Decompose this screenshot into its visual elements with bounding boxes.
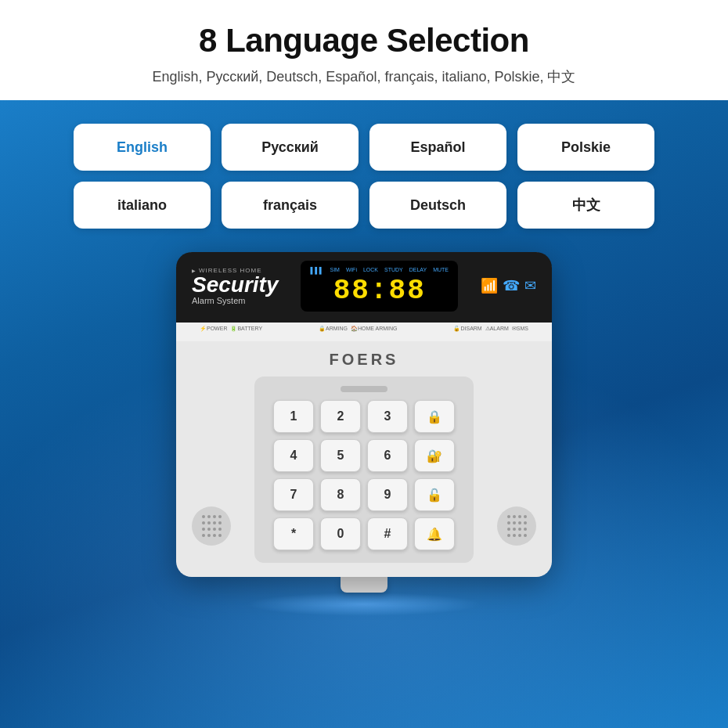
disarm-indicator: 🔓DISARM	[453, 326, 481, 332]
speaker-dot	[524, 515, 527, 518]
keypad-key-4[interactable]: 4	[273, 439, 314, 472]
keypad-key-3[interactable]: 3	[367, 400, 408, 433]
keypad-section: 123🔒456🔐789🔓*0#🔔	[254, 377, 474, 563]
signal-icon: 📶	[481, 277, 498, 294]
delay-icon: DELAY	[409, 267, 427, 274]
keypad-key-1[interactable]: 1	[273, 400, 314, 433]
speaker-dot	[202, 521, 205, 524]
battery-indicator: 🔋BATTERY	[230, 326, 262, 332]
speaker-dot	[207, 515, 211, 518]
study-icon: STUDY	[384, 267, 403, 274]
keypad-slot	[341, 386, 387, 392]
speaker-dot	[207, 534, 211, 537]
speaker-dot	[507, 534, 510, 537]
lcd-display: ▌▌▌ SIM WiFi LOCK STUDY DELAY MUTE 88:88	[301, 261, 458, 312]
speaker-left	[192, 506, 231, 546]
speaker-dot	[513, 534, 516, 537]
keypad-key-6[interactable]: 6	[367, 439, 408, 472]
keypad-grid: 123🔒456🔐789🔓*0#🔔	[273, 400, 455, 550]
language-grid: EnglishРусскийEspañolPolskieitalianofran…	[74, 124, 654, 229]
speaker-dot	[524, 534, 527, 537]
speaker-dot	[518, 521, 521, 524]
arming-indicator: 🔒ARMING	[319, 326, 348, 332]
keypad-key-#[interactable]: #	[367, 517, 408, 550]
page-container: 8 Language Selection English, Русский, D…	[0, 0, 728, 728]
lcd-time-display: 88:88	[333, 277, 426, 305]
lcd-top-icons: ▌▌▌ SIM WiFi LOCK STUDY DELAY MUTE	[310, 267, 449, 274]
phone-icon: ☎	[503, 277, 520, 294]
speaker-dot	[207, 528, 211, 531]
speaker-dot	[513, 515, 516, 518]
speaker-dot	[218, 528, 222, 531]
sms-indicator: ✉SMS	[512, 326, 528, 332]
speaker-dot	[202, 515, 205, 518]
speaker-dot	[507, 515, 510, 518]
status-row: ⚡POWER 🔋BATTERY 🔒ARMING 🏠HOME ARMING 🔓DI…	[176, 323, 552, 335]
alarm-device: WIRELESS HOME Security Alarm System ▌▌▌ …	[176, 252, 552, 577]
speaker-dot	[213, 534, 216, 537]
device-glow	[247, 593, 481, 616]
lang-btn-francais[interactable]: français	[222, 182, 359, 229]
brand-name: FOERS	[330, 351, 399, 369]
speaker-dot	[202, 534, 205, 537]
speaker-dot	[518, 515, 521, 518]
speaker-dot	[213, 528, 216, 531]
security-label: Security	[192, 274, 279, 296]
languages-subtitle: English, Русский, Deutsch, Español, fran…	[16, 67, 712, 86]
speaker-dot	[518, 528, 521, 531]
lang-btn-english[interactable]: English	[74, 124, 211, 171]
speaker-dot	[513, 521, 516, 524]
device-stand	[341, 577, 387, 593]
speaker-dot	[518, 534, 521, 537]
wifi-icon: WiFi	[346, 267, 357, 274]
speaker-dot	[513, 528, 516, 531]
speaker-dot	[202, 528, 205, 531]
device-body: FOERS 123🔒456🔐789🔓*0#🔔	[176, 341, 552, 577]
speaker-dot	[524, 528, 527, 531]
speaker-dot	[213, 521, 216, 524]
mute-icon: MUTE	[433, 267, 449, 274]
keypad-key-7[interactable]: 7	[273, 478, 314, 511]
speaker-dot	[207, 521, 211, 524]
speaker-dot	[218, 521, 222, 524]
keypad-key-8[interactable]: 8	[320, 478, 361, 511]
keypad-key-0[interactable]: 0	[320, 517, 361, 550]
home-arming-indicator: 🏠HOME ARMING	[351, 326, 398, 332]
keypad-key-🔐[interactable]: 🔐	[414, 439, 455, 472]
lang-btn-deutsch[interactable]: Deutsch	[369, 182, 506, 229]
device-container: WIRELESS HOME Security Alarm System ▌▌▌ …	[160, 252, 568, 728]
signal-bars-icon: ▌▌▌	[310, 267, 323, 274]
speaker-dot	[524, 521, 527, 524]
keypad-key-🔒[interactable]: 🔒	[414, 400, 455, 433]
keypad-key-🔓[interactable]: 🔓	[414, 478, 455, 511]
speaker-dot	[218, 534, 222, 537]
lang-btn-polskie[interactable]: Polskie	[517, 124, 654, 171]
header-section: 8 Language Selection English, Русский, D…	[0, 0, 728, 100]
lock-status-icon: LOCK	[363, 267, 378, 274]
lang-btn-russian[interactable]: Русский	[222, 124, 359, 171]
keypad-key-🔔[interactable]: 🔔	[414, 517, 455, 550]
alarm-indicator: ⚠ALARM	[485, 326, 509, 332]
sms-icon: ✉	[524, 277, 536, 294]
sim-icon: SIM	[330, 267, 339, 274]
page-title: 8 Language Selection	[16, 22, 712, 59]
speaker-dot	[213, 515, 216, 518]
speaker-right	[497, 506, 536, 546]
keypad-key-2[interactable]: 2	[320, 400, 361, 433]
device-right-icons: 📶 ☎ ✉	[481, 277, 536, 294]
speaker-dot	[507, 521, 510, 524]
blue-section: EnglishРусскийEspañolPolskieitalianofran…	[0, 100, 728, 728]
device-brand: WIRELESS HOME Security Alarm System	[192, 267, 279, 305]
speaker-dot	[507, 528, 510, 531]
lang-btn-espanol[interactable]: Español	[369, 124, 506, 171]
alarm-label: Alarm System	[192, 296, 245, 305]
keypad-key-5[interactable]: 5	[320, 439, 361, 472]
lang-btn-italiano[interactable]: italiano	[74, 182, 211, 229]
device-top-panel: WIRELESS HOME Security Alarm System ▌▌▌ …	[176, 252, 552, 323]
lang-btn-chinese[interactable]: 中文	[517, 182, 654, 229]
power-indicator: ⚡POWER	[200, 326, 227, 332]
keypad-key-*[interactable]: *	[273, 517, 314, 550]
keypad-key-9[interactable]: 9	[367, 478, 408, 511]
speaker-dot	[218, 515, 222, 518]
